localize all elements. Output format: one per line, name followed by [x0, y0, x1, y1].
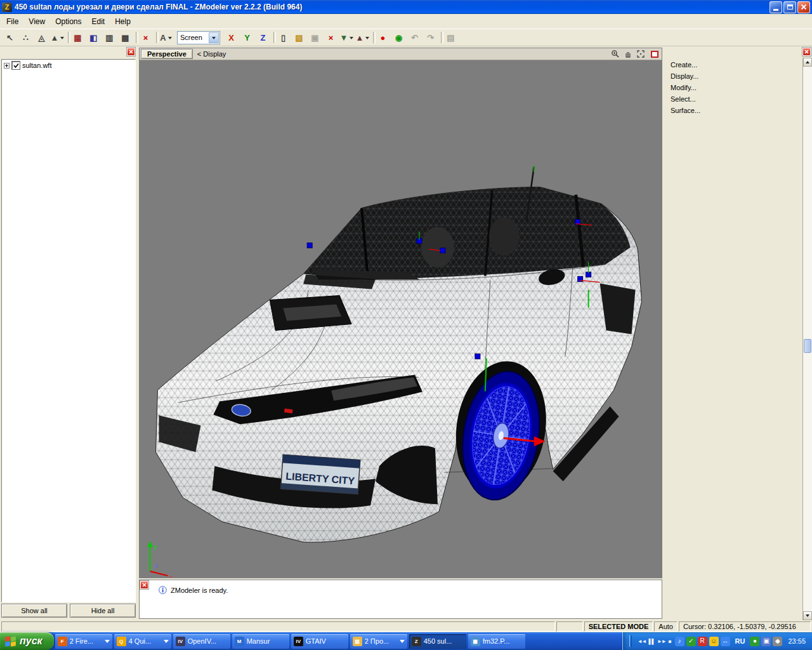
- tray-usb-icon[interactable]: ◆: [773, 637, 782, 646]
- tray-volume-icon[interactable]: ♪: [675, 637, 684, 646]
- media-pause-button[interactable]: ▌▌: [648, 639, 656, 644]
- status-bar: SELECTED MODE Auto Cursor: 0.32106, -1.5…: [0, 620, 812, 632]
- undo-button[interactable]: ↶: [407, 30, 422, 45]
- import-button[interactable]: ▼: [339, 30, 355, 45]
- car-model[interactable]: LIBERTY CITY: [155, 166, 641, 543]
- export-button[interactable]: ▲: [355, 30, 370, 45]
- auto-toggle[interactable]: Auto: [654, 621, 678, 632]
- axis-x-label: x: [169, 573, 173, 578]
- viewport-3d-scene[interactable]: LIBERTY CITY: [140, 60, 662, 578]
- record-button[interactable]: ●: [375, 30, 391, 45]
- screen-combo[interactable]: Screen: [177, 31, 220, 44]
- group-dropdown-icon: [400, 640, 405, 646]
- faces-mode-button[interactable]: ▲: [49, 30, 65, 45]
- tray-icons-right: ●▣◆: [750, 637, 782, 646]
- arrow-tool-button[interactable]: A: [158, 30, 174, 45]
- menu-surface[interactable]: Surface...: [668, 105, 801, 116]
- seat: [489, 218, 520, 256]
- edges-mode-button[interactable]: ◬: [34, 30, 49, 45]
- close-message-panel-button[interactable]: [140, 581, 148, 589]
- tree-expand-icon[interactable]: [4, 63, 10, 69]
- show-all-button[interactable]: Show all: [1, 604, 67, 618]
- views-config-button[interactable]: ▥: [102, 30, 117, 45]
- tray-r-icon[interactable]: R: [698, 637, 707, 646]
- media-prev-button[interactable]: ◄◄: [636, 639, 648, 644]
- task-qip[interactable]: Q4 Qui...: [114, 634, 171, 649]
- tray-antivirus-icon[interactable]: ✓: [686, 637, 696, 646]
- tray-update-icon[interactable]: ●: [750, 637, 759, 646]
- taskbar-clock[interactable]: 23:55: [785, 637, 806, 645]
- menu-display[interactable]: Display...: [668, 70, 801, 82]
- task-icon: F: [58, 637, 67, 646]
- scroll-thumb[interactable]: [804, 339, 811, 353]
- wire-views-button[interactable]: ▩: [117, 30, 133, 45]
- menu-view[interactable]: View: [23, 15, 50, 28]
- select-mode-button[interactable]: ↖: [2, 30, 18, 45]
- task-zmodeler[interactable]: Z450 sul...: [409, 634, 466, 649]
- dummy-marker[interactable]: [475, 354, 480, 359]
- settings-button[interactable]: ▤: [443, 30, 459, 45]
- scene-tree[interactable]: sultan.wft: [1, 59, 136, 602]
- menu-file[interactable]: File: [1, 15, 23, 28]
- scroll-down-button[interactable]: [803, 611, 812, 620]
- new-file-button[interactable]: ▯: [275, 30, 291, 45]
- axis-y-toggle[interactable]: Y: [239, 30, 255, 45]
- task-firefox[interactable]: F2 Fire...: [55, 634, 112, 649]
- dummy-marker[interactable]: [440, 248, 445, 253]
- license-plate: LIBERTY CITY: [280, 454, 360, 494]
- material-editor-button[interactable]: ◧: [86, 30, 102, 45]
- menu-create[interactable]: Create...: [668, 59, 801, 70]
- menu-modify[interactable]: Modify...: [668, 82, 801, 93]
- menu-options[interactable]: Options: [50, 15, 86, 28]
- task-mansur[interactable]: MMansur: [232, 634, 289, 649]
- close-button[interactable]: [797, 1, 810, 13]
- uv-mapper-button[interactable]: ▦: [70, 30, 86, 45]
- menu-select[interactable]: Select...: [668, 93, 801, 105]
- seat: [421, 227, 454, 268]
- start-button[interactable]: пуск: [0, 632, 54, 650]
- display-mode-label[interactable]: < Display: [197, 50, 226, 58]
- screen-combo-arrow[interactable]: [209, 32, 219, 43]
- dummy-marker[interactable]: [307, 243, 312, 248]
- media-stop-button[interactable]: ■: [667, 639, 672, 644]
- menu-help[interactable]: Help: [110, 15, 136, 28]
- save-file-button[interactable]: ▣: [307, 30, 323, 45]
- tray-network-icon[interactable]: ↔: [721, 637, 730, 646]
- tray-smiley-icon[interactable]: ☺: [709, 637, 719, 646]
- message-panel: ZModeler is ready.: [139, 580, 662, 619]
- task-openiv[interactable]: IVOpenIV...: [173, 634, 230, 649]
- viewport-axis-indicator: y x z: [147, 541, 173, 578]
- zoom-icon[interactable]: [610, 50, 620, 59]
- task-gtaiv[interactable]: IVGTAIV: [291, 634, 348, 649]
- close-view-button[interactable]: ×: [138, 30, 154, 45]
- status-message: ZModeler is ready.: [171, 587, 228, 594]
- maximize-view-icon[interactable]: [651, 51, 658, 58]
- commands-scrollbar[interactable]: [802, 58, 812, 620]
- perspective-button[interactable]: Perspective: [141, 49, 193, 59]
- tree-visibility-checkbox[interactable]: [12, 62, 20, 69]
- minimize-button[interactable]: [769, 1, 782, 13]
- task-image[interactable]: ▦fm32.P...: [468, 634, 525, 649]
- tree-item-sultan[interactable]: sultan.wft: [2, 60, 135, 69]
- close-icon: [804, 50, 809, 54]
- scroll-up-button[interactable]: [803, 58, 812, 67]
- language-indicator[interactable]: RU: [733, 637, 748, 645]
- viewport-canvas[interactable]: LIBERTY CITY: [140, 60, 662, 578]
- redo-button[interactable]: ↷: [422, 30, 438, 45]
- close-panel-button[interactable]: [127, 48, 135, 56]
- maximize-button[interactable]: [783, 1, 796, 13]
- open-file-button[interactable]: ▨: [291, 30, 307, 45]
- axis-z-toggle[interactable]: Z: [255, 30, 271, 45]
- task-folder[interactable]: ▨2 Про...: [350, 634, 407, 649]
- pan-hand-icon[interactable]: [622, 50, 633, 59]
- menu-edit[interactable]: Edit: [87, 15, 110, 28]
- hide-all-button[interactable]: Hide all: [70, 604, 136, 618]
- axis-x-toggle[interactable]: X: [223, 30, 239, 45]
- zoom-extents-icon[interactable]: [635, 50, 646, 59]
- delete-button[interactable]: ×: [323, 30, 339, 45]
- close-commands-panel-button[interactable]: [802, 48, 811, 56]
- media-next-button[interactable]: ►►: [656, 639, 667, 644]
- plugins-button[interactable]: ◉: [391, 30, 407, 45]
- vertices-mode-button[interactable]: ∴: [18, 30, 34, 45]
- tray-display-icon[interactable]: ▣: [761, 637, 771, 646]
